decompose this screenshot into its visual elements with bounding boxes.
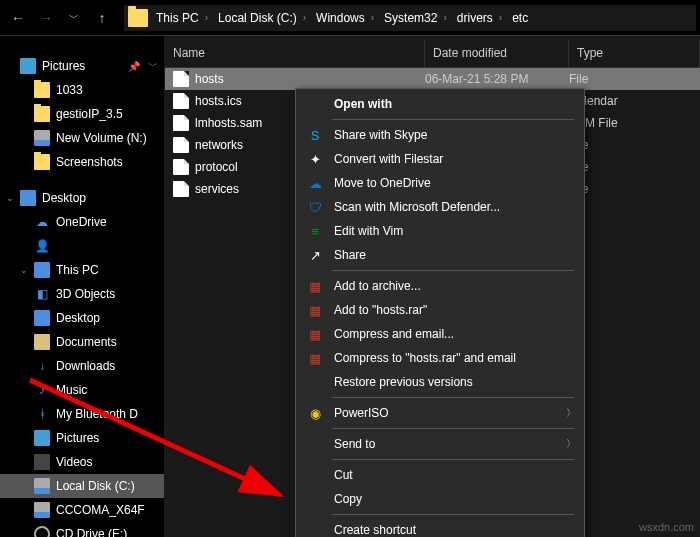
forward-button[interactable]: → [32, 4, 60, 32]
share-icon: ↗ [306, 246, 324, 264]
sidebar-item-1033[interactable]: 1033 [0, 78, 164, 102]
desktop-icon [20, 190, 36, 206]
sidebar-onedrive[interactable]: ☁OneDrive [0, 210, 164, 234]
ctx-poweriso[interactable]: ◉PowerISO〉 [296, 401, 584, 425]
sidebar-documents[interactable]: Documents [0, 330, 164, 354]
sidebar-item-screenshots[interactable]: Screenshots [0, 150, 164, 174]
ctx-edit-with-vim[interactable]: ≡Edit with Vim [296, 219, 584, 243]
sidebar-user[interactable]: 👤 [0, 234, 164, 258]
file-name: hosts.ics [195, 94, 242, 108]
documents-icon [34, 334, 50, 350]
tree-label: OneDrive [56, 215, 107, 229]
ctx-label: Cut [334, 468, 353, 482]
back-button[interactable]: ← [4, 4, 32, 32]
ctx-share-with-skype[interactable]: SShare with Skype [296, 123, 584, 147]
sidebar-item-newvolume[interactable]: New Volume (N:) [0, 126, 164, 150]
tree-label: Music [56, 383, 87, 397]
history-dropdown[interactable]: ﹀ [60, 4, 88, 32]
file-type: File [569, 72, 700, 86]
pin-icon: 📌 [128, 61, 140, 72]
ctx-label: Scan with Microsoft Defender... [334, 200, 500, 214]
drive-icon [34, 130, 50, 146]
chevron-down-icon: ⌄ [20, 265, 32, 275]
ctx-create-shortcut[interactable]: Create shortcut [296, 518, 584, 537]
ctx-send-to[interactable]: Send to〉 [296, 432, 584, 456]
blank-icon [306, 435, 324, 453]
breadcrumb-item[interactable]: drivers [457, 11, 493, 25]
breadcrumb-item[interactable]: etc [512, 11, 528, 25]
sidebar-bluetooth[interactable]: ᚼMy Bluetooth D [0, 402, 164, 426]
chevron-down-icon: ﹀ [148, 59, 158, 73]
file-icon [173, 137, 189, 153]
ctx-label: Edit with Vim [334, 224, 403, 238]
file-name: services [195, 182, 239, 196]
ctx-open-with[interactable]: Open with [296, 92, 584, 116]
column-headers: Name Date modified Type [165, 40, 700, 68]
breadcrumb-item[interactable]: Local Disk (C:) [218, 11, 297, 25]
poweriso-icon: ◉ [306, 404, 324, 422]
sidebar-thispc[interactable]: ⌄This PC [0, 258, 164, 282]
disc-icon [34, 526, 50, 537]
sidebar-videos[interactable]: Videos [0, 450, 164, 474]
breadcrumb-item[interactable]: System32 [384, 11, 437, 25]
tree-label: Pictures [42, 59, 85, 73]
ctx-cut[interactable]: Cut [296, 463, 584, 487]
ctx-label: Share with Skype [334, 128, 427, 142]
sidebar-tpc-desktop[interactable]: Desktop [0, 306, 164, 330]
desktop-icon [34, 310, 50, 326]
col-name[interactable]: Name [165, 40, 425, 67]
sidebar-item-gestioip[interactable]: gestioIP_3.5 [0, 102, 164, 126]
address-bar: ← → ﹀ ↑ This PC› Local Disk (C:)› Window… [0, 0, 700, 36]
breadcrumb-item[interactable]: Windows [316, 11, 365, 25]
ctx-label: Share [334, 248, 366, 262]
file-type: File [569, 160, 700, 174]
onedrive-icon: ☁ [306, 174, 324, 192]
ctx-convert-with-filestar[interactable]: ✦Convert with Filestar [296, 147, 584, 171]
ctx-label: Copy [334, 492, 362, 506]
file-type: File [569, 182, 700, 196]
ctx-label: Create shortcut [334, 523, 416, 537]
video-icon [34, 454, 50, 470]
ctx-add-to-archive[interactable]: ▦Add to archive... [296, 274, 584, 298]
chevron-right-icon: › [499, 12, 502, 23]
col-type[interactable]: Type [569, 40, 700, 67]
up-button[interactable]: ↑ [88, 4, 116, 32]
pictures-icon [34, 430, 50, 446]
file-row[interactable]: hosts06-Mar-21 5:28 PMFile [165, 68, 700, 90]
ctx-add-to-hosts-rar[interactable]: ▦Add to "hosts.rar" [296, 298, 584, 322]
file-date: 06-Mar-21 5:28 PM [425, 72, 569, 86]
ctx-scan-with-microsoft-defender[interactable]: 🛡Scan with Microsoft Defender... [296, 195, 584, 219]
ctx-share[interactable]: ↗Share [296, 243, 584, 267]
sidebar-quickaccess-pictures[interactable]: Pictures 📌 ﹀ [0, 54, 164, 78]
rar-icon: ▦ [306, 277, 324, 295]
sidebar-localdisk-c[interactable]: Local Disk (C:) [0, 474, 164, 498]
drive-icon [34, 502, 50, 518]
sidebar-cccoma[interactable]: CCCOMA_X64F [0, 498, 164, 522]
tree-label: 3D Objects [56, 287, 115, 301]
ctx-label: Open with [334, 97, 392, 111]
pictures-icon [20, 58, 36, 74]
cube-icon: ◧ [34, 286, 50, 302]
blank-icon [306, 490, 324, 508]
breadcrumb-item[interactable]: This PC [156, 11, 199, 25]
breadcrumb[interactable]: This PC› Local Disk (C:)› Windows› Syste… [124, 5, 696, 31]
ctx-compress-to-hosts-rar-and-email[interactable]: ▦Compress to "hosts.rar" and email [296, 346, 584, 370]
sidebar-desktop[interactable]: ⌄Desktop [0, 186, 164, 210]
sidebar-downloads[interactable]: ↓Downloads [0, 354, 164, 378]
ctx-compress-and-email[interactable]: ▦Compress and email... [296, 322, 584, 346]
folder-icon [34, 154, 50, 170]
sidebar-cddrive[interactable]: CD Drive (E:) [0, 522, 164, 537]
file-name: networks [195, 138, 243, 152]
rar-icon: ▦ [306, 349, 324, 367]
chevron-right-icon: 〉 [566, 437, 576, 451]
sidebar-tpc-pictures[interactable]: Pictures [0, 426, 164, 450]
sidebar-music[interactable]: ♪Music [0, 378, 164, 402]
ctx-restore-previous-versions[interactable]: Restore previous versions [296, 370, 584, 394]
ctx-copy[interactable]: Copy [296, 487, 584, 511]
sidebar-3dobjects[interactable]: ◧3D Objects [0, 282, 164, 306]
col-date[interactable]: Date modified [425, 40, 569, 67]
tree-label: Screenshots [56, 155, 123, 169]
ctx-move-to-onedrive[interactable]: ☁Move to OneDrive [296, 171, 584, 195]
tree-label: This PC [56, 263, 99, 277]
nav-tree: Pictures 📌 ﹀ 1033 gestioIP_3.5 New Volum… [0, 36, 165, 537]
